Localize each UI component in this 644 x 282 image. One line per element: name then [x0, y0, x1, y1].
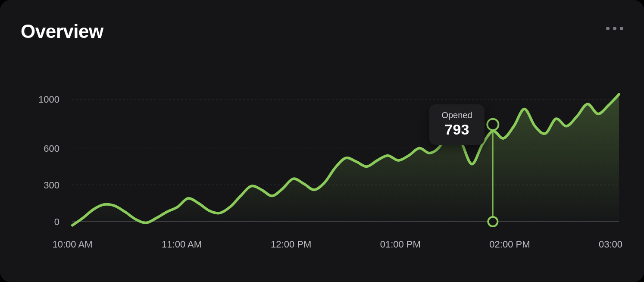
svg-text:10:00 AM: 10:00 AM	[53, 239, 93, 250]
page-title: Overview	[21, 21, 103, 42]
svg-text:300: 300	[44, 180, 59, 191]
svg-text:01:00 PM: 01:00 PM	[380, 239, 421, 250]
chart-tooltip: Opened 793	[429, 104, 484, 145]
svg-point-16	[488, 217, 497, 226]
svg-text:1000: 1000	[38, 94, 59, 105]
ellipsis-icon	[606, 27, 610, 30]
ellipsis-icon	[620, 27, 623, 30]
overview-card: Overview 0300600100010:00 AM11:00 AM12:0…	[0, 0, 644, 282]
svg-point-15	[487, 119, 498, 130]
overview-line-chart: 0300600100010:00 AM11:00 AM12:00 PM01:00…	[21, 82, 623, 265]
svg-text:600: 600	[44, 143, 59, 154]
tooltip-label: Opened	[441, 110, 472, 120]
svg-text:0: 0	[54, 216, 59, 227]
svg-text:12:00 PM: 12:00 PM	[271, 239, 311, 250]
tooltip-value: 793	[441, 121, 472, 138]
svg-text:11:00 AM: 11:00 AM	[162, 239, 202, 250]
svg-text:03:00 PM: 03:00 PM	[599, 239, 623, 250]
ellipsis-icon	[613, 27, 616, 30]
svg-text:02:00 PM: 02:00 PM	[489, 239, 530, 250]
more-options-button[interactable]	[606, 27, 623, 30]
chart-area: 0300600100010:00 AM11:00 AM12:00 PM01:00…	[21, 82, 623, 265]
